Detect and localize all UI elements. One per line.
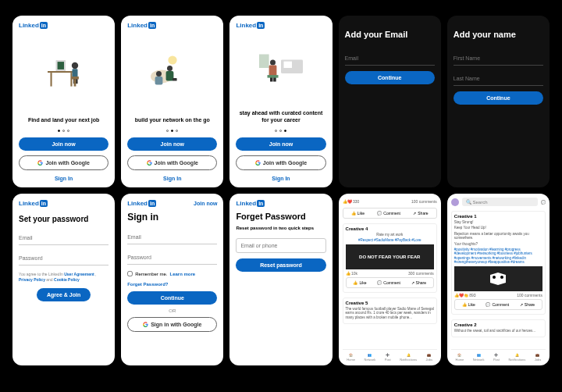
sign-in-link[interactable]: Sign In bbox=[127, 176, 217, 181]
svg-point-15 bbox=[156, 71, 162, 77]
signin-google-button[interactable]: Sign in with Google bbox=[127, 317, 217, 332]
remember-me-checkbox[interactable]: Remember me. Learn more bbox=[127, 271, 217, 276]
post-author[interactable]: Creative 1 bbox=[454, 214, 542, 219]
messages-icon[interactable]: 💬 bbox=[541, 200, 546, 205]
continue-button[interactable]: Continue bbox=[127, 291, 217, 305]
nav-notifications[interactable]: 🔔Notifications bbox=[508, 353, 525, 362]
password-field[interactable] bbox=[19, 251, 108, 265]
action-bar: 👍 Like 💬 Comment ↗ Share bbox=[343, 208, 437, 219]
add-name-screen: Add your name Continue bbox=[447, 16, 550, 187]
svg-rect-25 bbox=[267, 75, 278, 78]
google-icon bbox=[147, 160, 152, 166]
feed-post: Creative 2 Without the sweat, toil and s… bbox=[451, 319, 546, 337]
illustration-network bbox=[127, 29, 217, 114]
nav-jobs[interactable]: 💼Jobs bbox=[426, 353, 432, 362]
join-now-button[interactable]: Join now bbox=[236, 137, 325, 151]
svg-rect-0 bbox=[48, 71, 75, 73]
post-author[interactable]: Creative 4 bbox=[346, 226, 434, 231]
continue-button[interactable]: Continue bbox=[454, 91, 543, 105]
join-google-button[interactable]: Join with Google bbox=[236, 155, 325, 170]
email-field[interactable] bbox=[127, 230, 217, 244]
join-google-button[interactable]: Join with Google bbox=[19, 155, 108, 170]
join-google-button[interactable]: Join with Google bbox=[127, 155, 217, 170]
nav-home[interactable]: 🏠Home bbox=[347, 353, 355, 362]
comment-button[interactable]: 💬 Comment bbox=[486, 302, 509, 307]
join-now-button[interactable]: Join now bbox=[127, 137, 217, 151]
svg-point-11 bbox=[168, 56, 176, 65]
post-image bbox=[454, 266, 542, 291]
legal-text: You agree to the LinkedIn User Agreement… bbox=[19, 272, 108, 282]
google-icon bbox=[143, 322, 148, 327]
tagline: stay ahead with curated content for your… bbox=[236, 110, 325, 123]
nav-notifications[interactable]: 🔔Notifications bbox=[400, 353, 417, 362]
sign-in-screen: Linkedin Join now Sign in Remember me. L… bbox=[121, 194, 223, 365]
like-button[interactable]: 👍 Like bbox=[353, 280, 366, 285]
linkedin-logo: Linkedin bbox=[127, 200, 156, 207]
page-title: Add your Email bbox=[345, 30, 435, 39]
first-name-field[interactable] bbox=[454, 52, 543, 66]
svg-rect-16 bbox=[155, 77, 162, 85]
nav-network[interactable]: 👥Network bbox=[365, 353, 376, 362]
add-email-screen: Add your Email Continue bbox=[339, 16, 441, 187]
nav-jobs[interactable]: 💼Jobs bbox=[535, 353, 541, 362]
linkedin-logo: Linkedin bbox=[19, 200, 108, 207]
or-divider: OR bbox=[127, 308, 217, 313]
nav-home[interactable]: 🏠Home bbox=[456, 353, 464, 362]
sign-in-link[interactable]: Sign In bbox=[19, 176, 108, 181]
page-dots bbox=[236, 130, 325, 132]
email-field[interactable] bbox=[19, 231, 108, 245]
svg-rect-22 bbox=[269, 66, 277, 77]
svg-point-26 bbox=[493, 276, 496, 279]
post-author[interactable]: Creative 5 bbox=[346, 301, 434, 305]
illustration-job bbox=[19, 29, 108, 114]
search-bar: 🔍 Search 💬 bbox=[451, 198, 546, 206]
join-now-link[interactable]: Join now bbox=[194, 201, 217, 206]
svg-rect-20 bbox=[283, 62, 292, 68]
svg-rect-2 bbox=[70, 73, 72, 87]
svg-rect-14 bbox=[165, 71, 173, 81]
continue-button[interactable]: Continue bbox=[345, 71, 435, 84]
password-field[interactable] bbox=[127, 251, 217, 265]
post-image: DO NOT FEAR YOUR FEAR bbox=[346, 244, 434, 269]
like-button[interactable]: 👍 Like bbox=[462, 302, 475, 307]
comment-button[interactable]: 💬 Comment bbox=[377, 280, 400, 285]
google-icon bbox=[37, 160, 43, 166]
post-author[interactable]: Creative 2 bbox=[454, 323, 542, 327]
page-title: Sign in bbox=[127, 212, 217, 223]
bottom-nav: 🏠Home 👥Network ➕Post 🔔Notifications 💼Job… bbox=[343, 349, 437, 362]
join-now-button[interactable]: Join now bbox=[19, 137, 108, 151]
like-button[interactable]: 👍 Like bbox=[351, 211, 365, 216]
linkedin-logo: Linkedin bbox=[19, 22, 108, 29]
avatar[interactable] bbox=[451, 198, 459, 206]
share-button[interactable]: ↗ Share bbox=[520, 302, 535, 307]
svg-point-5 bbox=[71, 62, 77, 69]
share-button[interactable]: ↗ Share bbox=[411, 280, 426, 285]
subtitle: Reset password in two quick steps bbox=[236, 226, 325, 230]
svg-rect-4 bbox=[57, 62, 63, 69]
sign-in-link[interactable]: Sign In bbox=[236, 176, 325, 181]
illustration-content bbox=[236, 29, 325, 107]
nav-network[interactable]: 👥Network bbox=[473, 353, 485, 362]
page-dots bbox=[127, 130, 217, 132]
google-icon bbox=[255, 160, 261, 166]
email-field[interactable] bbox=[345, 52, 435, 66]
svg-rect-6 bbox=[72, 69, 77, 77]
onboard-screen-3: Linkedin stay ahead with curated content… bbox=[229, 16, 332, 187]
comment-button[interactable]: 💬 Comment bbox=[377, 211, 400, 216]
search-input[interactable]: 🔍 Search bbox=[462, 198, 538, 206]
page-title: Forget Password bbox=[236, 212, 325, 221]
share-button[interactable]: ↗ Share bbox=[413, 211, 428, 216]
svg-rect-1 bbox=[50, 73, 52, 87]
linkedin-logo: Linkedin bbox=[127, 22, 217, 29]
svg-rect-10 bbox=[73, 80, 76, 87]
reset-password-button[interactable]: Reset password bbox=[236, 258, 325, 272]
feed-screen-1: 👍❤️ 330100 comments 👍 Like 💬 Comment ↗ S… bbox=[339, 194, 441, 365]
nav-post[interactable]: ➕Post bbox=[385, 353, 391, 362]
feed-post: Creative 1 Stay Strong! Keep Your Head U… bbox=[451, 211, 546, 315]
svg-rect-17 bbox=[173, 78, 177, 81]
agree-join-button[interactable]: Agree & Join bbox=[37, 288, 91, 301]
forgot-password-link[interactable]: Forget Password? bbox=[127, 282, 217, 287]
nav-post[interactable]: ➕Post bbox=[493, 353, 500, 362]
last-name-field[interactable] bbox=[454, 72, 543, 86]
email-phone-field[interactable] bbox=[236, 238, 325, 253]
